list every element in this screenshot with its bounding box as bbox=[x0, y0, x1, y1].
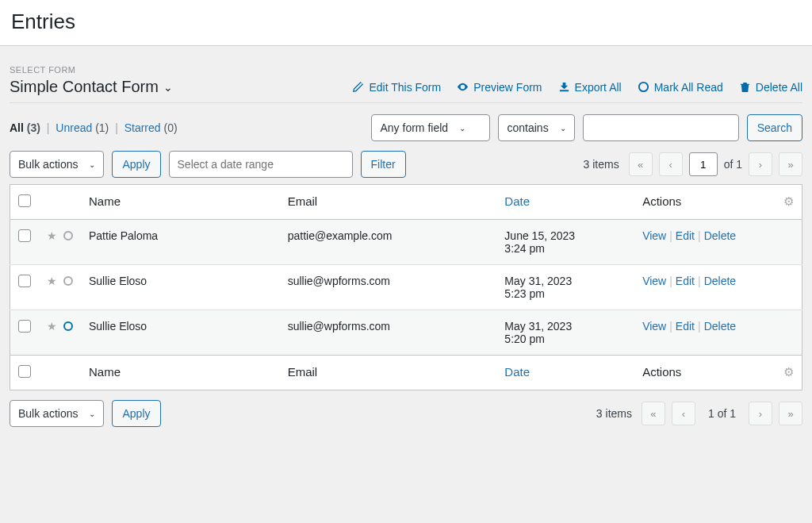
star-icon[interactable]: ★ bbox=[47, 229, 57, 242]
cell-date: May 31, 20235:23 pm bbox=[496, 265, 634, 310]
pencil-icon bbox=[352, 81, 364, 93]
divider bbox=[10, 102, 802, 103]
select-all-checkbox-bottom[interactable] bbox=[18, 365, 31, 378]
view-filters: All (3) | Unread (1) | Starred (0) bbox=[10, 121, 178, 134]
chevron-down-icon: ⌄ bbox=[89, 160, 95, 169]
bulk-apply-button-bottom[interactable]: Apply bbox=[112, 400, 160, 427]
row-checkbox[interactable] bbox=[18, 229, 31, 242]
view-all[interactable]: All (3) bbox=[10, 121, 44, 134]
cell-actions: View|Edit|Delete bbox=[634, 265, 776, 310]
view-link[interactable]: View bbox=[642, 229, 666, 242]
filter-button[interactable]: Filter bbox=[361, 151, 406, 178]
page-of-bottom: 1 of 1 bbox=[702, 407, 742, 420]
search-operator-select[interactable]: contains ⌄ bbox=[498, 114, 574, 141]
col-date[interactable]: Date bbox=[504, 194, 530, 208]
search-input[interactable] bbox=[583, 114, 739, 141]
pagination-bottom: 3 items « ‹ 1 of 1 › » bbox=[596, 402, 802, 425]
edit-form-link[interactable]: Edit This Form bbox=[352, 81, 441, 94]
cell-name: Pattie Paloma bbox=[81, 220, 280, 265]
page-title: Entries bbox=[11, 10, 801, 34]
form-actions: Edit This Form Preview Form Export All M… bbox=[352, 81, 802, 94]
toolbar: SELECT FORM Simple Contact Form ⌄ Edit T… bbox=[0, 46, 812, 435]
delete-link[interactable]: Delete bbox=[704, 275, 736, 287]
chevron-down-icon: ⌄ bbox=[163, 81, 173, 94]
form-name: Simple Contact Form bbox=[10, 78, 159, 96]
cell-name: Sullie Eloso bbox=[81, 310, 280, 356]
export-icon bbox=[558, 81, 570, 93]
date-range-input[interactable] bbox=[169, 151, 353, 178]
delete-link[interactable]: Delete bbox=[704, 320, 736, 333]
row-checkbox[interactable] bbox=[18, 320, 31, 333]
search-field-select[interactable]: Any form field ⌄ bbox=[371, 114, 490, 141]
mark-all-read-link[interactable]: Mark All Read bbox=[638, 81, 723, 94]
col-name-foot[interactable]: Name bbox=[81, 356, 280, 390]
search-group: Any form field ⌄ contains ⌄ Search bbox=[371, 114, 802, 141]
cell-email: sullie@wpforms.com bbox=[280, 310, 497, 356]
select-all-checkbox[interactable] bbox=[18, 194, 31, 207]
svg-point-0 bbox=[639, 83, 648, 91]
star-icon[interactable]: ★ bbox=[47, 320, 57, 333]
cell-name: Sullie Eloso bbox=[81, 265, 280, 310]
cell-email: pattie@example.com bbox=[280, 220, 497, 265]
view-link[interactable]: View bbox=[642, 275, 666, 287]
pagination-top: 3 items « ‹ of 1 › » bbox=[584, 152, 802, 176]
edit-link[interactable]: Edit bbox=[676, 229, 695, 242]
chevron-down-icon: ⌄ bbox=[560, 124, 566, 133]
star-icon[interactable]: ★ bbox=[47, 275, 57, 287]
eye-icon bbox=[457, 81, 469, 93]
read-indicator[interactable] bbox=[63, 321, 73, 331]
page-current-input[interactable] bbox=[689, 152, 718, 176]
cell-date: May 31, 20235:20 pm bbox=[496, 310, 634, 356]
row-checkbox[interactable] bbox=[18, 275, 31, 287]
page-of: of 1 bbox=[724, 158, 742, 171]
view-link[interactable]: View bbox=[642, 320, 666, 333]
cell-actions: View|Edit|Delete bbox=[634, 220, 776, 265]
page-first[interactable]: « bbox=[629, 152, 653, 176]
page-prev-bottom[interactable]: ‹ bbox=[672, 402, 695, 425]
view-unread[interactable]: Unread (1) bbox=[56, 121, 112, 134]
col-date-foot[interactable]: Date bbox=[504, 365, 530, 379]
entries-table: Name Email Date Actions ⚙ ★Pattie Paloma… bbox=[10, 184, 802, 390]
view-starred[interactable]: Starred (0) bbox=[124, 121, 178, 134]
page-last[interactable]: » bbox=[779, 152, 802, 176]
cell-date: June 15, 20233:24 pm bbox=[496, 220, 634, 265]
table-row: ★Sullie Elososullie@wpforms.comMay 31, 2… bbox=[10, 310, 802, 356]
gear-icon[interactable]: ⚙ bbox=[783, 194, 794, 208]
items-count: 3 items bbox=[584, 158, 619, 171]
col-name[interactable]: Name bbox=[81, 185, 280, 220]
col-actions-foot: Actions bbox=[634, 356, 776, 390]
col-email-foot[interactable]: Email bbox=[280, 356, 497, 390]
trash-icon bbox=[739, 81, 751, 93]
select-form-label: SELECT FORM bbox=[10, 65, 802, 75]
export-all-link[interactable]: Export All bbox=[558, 81, 622, 94]
table-row: ★Pattie Palomapattie@example.comJune 15,… bbox=[10, 220, 802, 265]
items-count-bottom: 3 items bbox=[596, 407, 632, 420]
preview-form-link[interactable]: Preview Form bbox=[457, 81, 542, 94]
chevron-down-icon: ⌄ bbox=[459, 124, 465, 133]
delete-link[interactable]: Delete bbox=[704, 229, 736, 242]
search-button[interactable]: Search bbox=[747, 114, 802, 141]
edit-link[interactable]: Edit bbox=[676, 275, 695, 287]
form-selector[interactable]: Simple Contact Form ⌄ bbox=[10, 78, 173, 96]
cell-actions: View|Edit|Delete bbox=[634, 310, 776, 356]
circle-icon bbox=[638, 81, 649, 93]
bulk-actions-select[interactable]: Bulk actions ⌄ bbox=[10, 151, 104, 178]
page-last-bottom[interactable]: » bbox=[779, 402, 802, 425]
col-email[interactable]: Email bbox=[280, 185, 497, 220]
page-header: Entries bbox=[0, 0, 812, 46]
page-next-bottom[interactable]: › bbox=[749, 402, 772, 425]
read-indicator[interactable] bbox=[63, 231, 73, 240]
page-prev[interactable]: ‹ bbox=[659, 152, 683, 176]
chevron-down-icon: ⌄ bbox=[89, 410, 95, 418]
read-indicator[interactable] bbox=[63, 276, 73, 286]
cell-email: sullie@wpforms.com bbox=[280, 265, 497, 310]
col-actions: Actions bbox=[634, 185, 776, 220]
gear-icon[interactable]: ⚙ bbox=[783, 365, 794, 379]
bulk-actions-select-bottom[interactable]: Bulk actions ⌄ bbox=[10, 400, 104, 427]
table-row: ★Sullie Elososullie@wpforms.comMay 31, 2… bbox=[10, 265, 802, 310]
edit-link[interactable]: Edit bbox=[676, 320, 695, 333]
page-first-bottom[interactable]: « bbox=[642, 402, 665, 425]
delete-all-link[interactable]: Delete All bbox=[739, 81, 802, 94]
page-next[interactable]: › bbox=[749, 152, 772, 176]
bulk-apply-button[interactable]: Apply bbox=[112, 151, 160, 178]
